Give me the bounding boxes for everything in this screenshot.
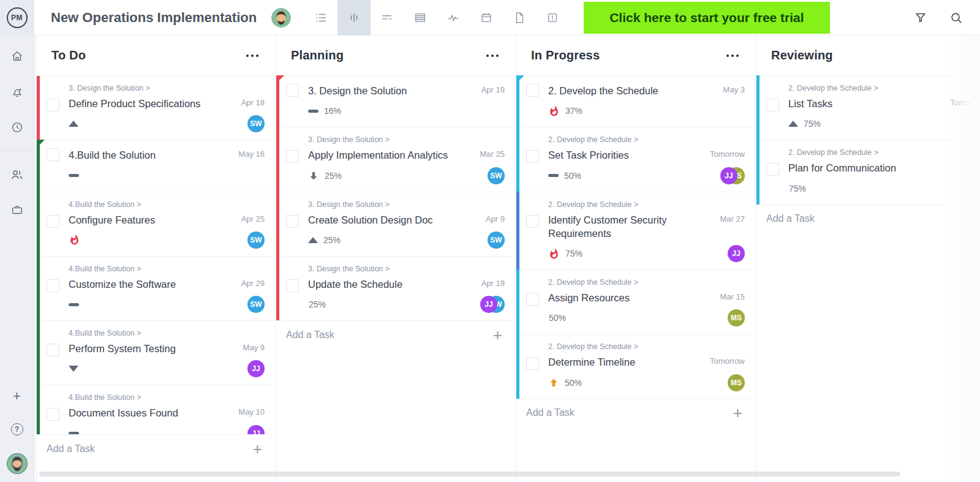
priority-triangle-up-icon: [308, 237, 318, 243]
task-card[interactable]: 3. Design the Solution >Update the Sched…: [276, 257, 516, 320]
activity-view-icon[interactable]: [437, 0, 470, 36]
task-checkbox[interactable]: [286, 215, 299, 228]
task-due-date: Tomorrow: [950, 98, 980, 107]
sidebar-item-team[interactable]: [0, 162, 34, 187]
alerts-view-icon[interactable]: [536, 0, 569, 36]
task-checkbox[interactable]: [526, 357, 539, 370]
add-task-button[interactable]: Add a Task+: [516, 399, 756, 427]
card-breadcrumb[interactable]: 2. Develop the Schedule >: [548, 200, 745, 209]
sidebar-item-help[interactable]: ?: [0, 417, 34, 442]
card-breadcrumb[interactable]: 2. Develop the Schedule >: [548, 342, 745, 351]
avatar: MS: [728, 309, 745, 326]
card-breadcrumb[interactable]: 3. Design the Solution >: [308, 135, 505, 144]
add-task-button[interactable]: Add a Task+: [756, 205, 980, 233]
add-task-button[interactable]: Add a Task+: [37, 434, 276, 462]
bell-icon: [10, 85, 24, 99]
card-breadcrumb[interactable]: 2. Develop the Schedule >: [788, 148, 980, 157]
task-progress: 25%: [325, 171, 342, 181]
gantt-view-icon[interactable]: [371, 0, 404, 36]
task-due-date: Mar 27: [720, 214, 745, 224]
project-owner-avatar[interactable]: [271, 8, 291, 28]
task-checkbox[interactable]: [47, 99, 59, 111]
task-card[interactable]: 4.Build the Solution >Document Issues Fo…: [37, 385, 276, 434]
sidebar-item-home[interactable]: [0, 44, 34, 69]
card-breadcrumb[interactable]: 3. Design the Solution >: [308, 265, 505, 273]
task-checkbox[interactable]: [47, 408, 59, 421]
sidebar-item-recent[interactable]: [0, 115, 34, 140]
task-card[interactable]: 2. Develop the ScheduleMay 337%: [516, 76, 756, 127]
task-due-date: Apr 19: [481, 85, 505, 94]
task-checkbox[interactable]: [766, 99, 779, 111]
card-breadcrumb[interactable]: 4.Build the Solution >: [69, 200, 265, 209]
board-view-icon[interactable]: [337, 0, 371, 36]
ellipsis-icon: [736, 55, 739, 57]
task-card[interactable]: 3. Design the Solution >Define Product S…: [37, 76, 276, 140]
card-list: 3. Design the SolutionApr 1916%3. Design…: [276, 76, 516, 320]
calendar-view-icon[interactable]: [470, 0, 503, 36]
card-breadcrumb[interactable]: 2. Develop the Schedule >: [788, 84, 980, 92]
task-checkbox[interactable]: [286, 84, 299, 97]
card-breadcrumb[interactable]: 4.Build the Solution >: [69, 265, 265, 273]
task-checkbox[interactable]: [526, 293, 539, 306]
task-checkbox[interactable]: [286, 279, 299, 292]
app-logo[interactable]: PM: [0, 0, 34, 36]
task-card[interactable]: 4.Build the Solution >Configure Features…: [37, 192, 276, 257]
free-trial-banner-button[interactable]: Click here to start your free trial: [584, 2, 829, 34]
task-card[interactable]: 4.Build the SolutionMay 16: [37, 140, 276, 192]
add-task-button[interactable]: Add a Task+: [276, 320, 516, 348]
task-checkbox[interactable]: [47, 344, 59, 356]
task-card[interactable]: 2. Develop the Schedule >Assign Resource…: [516, 270, 756, 334]
task-checkbox[interactable]: [526, 84, 539, 97]
avatar: SW: [247, 232, 265, 249]
sidebar-item-portfolio[interactable]: [0, 198, 34, 222]
sidebar-item-add[interactable]: +: [0, 384, 34, 409]
task-card[interactable]: 2. Develop the Schedule >List TasksTomor…: [756, 76, 980, 140]
sidebar-item-notifications[interactable]: [0, 80, 34, 104]
sidebar-user-avatar[interactable]: [0, 451, 34, 476]
task-card[interactable]: 3. Design the Solution >Apply Implementa…: [276, 127, 516, 192]
column-menu-button[interactable]: [723, 52, 742, 59]
task-checkbox[interactable]: [766, 163, 779, 176]
task-checkbox[interactable]: [47, 148, 59, 161]
card-title-row: Perform System TestingMay 9: [69, 342, 265, 355]
column-header: Planning: [276, 36, 516, 76]
task-checkbox[interactable]: [47, 215, 59, 228]
card-breadcrumb[interactable]: 3. Design the Solution >: [308, 200, 505, 209]
task-card[interactable]: 3. Design the Solution >Create Solution …: [276, 192, 516, 257]
task-card[interactable]: 3. Design the SolutionApr 1916%: [276, 76, 516, 127]
filter-button[interactable]: [914, 11, 927, 24]
card-breadcrumb[interactable]: 2. Develop the Schedule >: [548, 278, 745, 287]
task-checkbox[interactable]: [526, 150, 539, 163]
card-breadcrumb[interactable]: 4.Build the Solution >: [69, 329, 265, 337]
sheet-view-icon[interactable]: [404, 0, 437, 36]
column-menu-button[interactable]: [483, 52, 502, 59]
task-card[interactable]: 2. Develop the Schedule >Set Task Priori…: [516, 127, 756, 192]
card-breadcrumb[interactable]: 4.Build the Solution >: [69, 393, 265, 402]
column-title: Planning: [291, 48, 344, 62]
task-due-date: May 3: [723, 85, 745, 94]
search-button[interactable]: [949, 11, 963, 24]
column-menu-button[interactable]: [243, 52, 262, 59]
card-title-row: Determine TimelineTomorrow: [548, 355, 745, 369]
task-card[interactable]: 4.Build the Solution >Customize the Soft…: [37, 257, 276, 321]
task-title: 4.Build the Solution: [69, 148, 238, 162]
task-card[interactable]: 4.Build the Solution >Perform System Tes…: [37, 321, 276, 385]
task-checkbox[interactable]: [47, 279, 59, 292]
card-breadcrumb[interactable]: 2. Develop the Schedule >: [548, 135, 745, 144]
task-card[interactable]: 2. Develop the Schedule >Identify Custom…: [516, 192, 756, 271]
horizontal-scrollbar[interactable]: [39, 472, 900, 476]
task-title: 3. Design the Solution: [308, 84, 481, 97]
card-stripe: [516, 334, 519, 398]
task-checkbox[interactable]: [286, 150, 299, 163]
task-due-date: May 9: [243, 343, 265, 352]
home-icon: [10, 50, 24, 63]
document-view-icon[interactable]: [503, 0, 536, 36]
task-card[interactable]: 2. Develop the Schedule >Plan for Commun…: [756, 140, 980, 204]
card-meta-row: JJ: [69, 425, 265, 434]
task-checkbox[interactable]: [526, 215, 539, 228]
task-due-date: Tomorrow: [710, 356, 745, 366]
card-title-row: Assign ResourcesMar 15: [548, 291, 745, 304]
list-view-icon[interactable]: [304, 0, 337, 36]
task-card[interactable]: 2. Develop the Schedule >Determine Timel…: [516, 334, 756, 398]
card-breadcrumb[interactable]: 3. Design the Solution >: [69, 84, 265, 92]
